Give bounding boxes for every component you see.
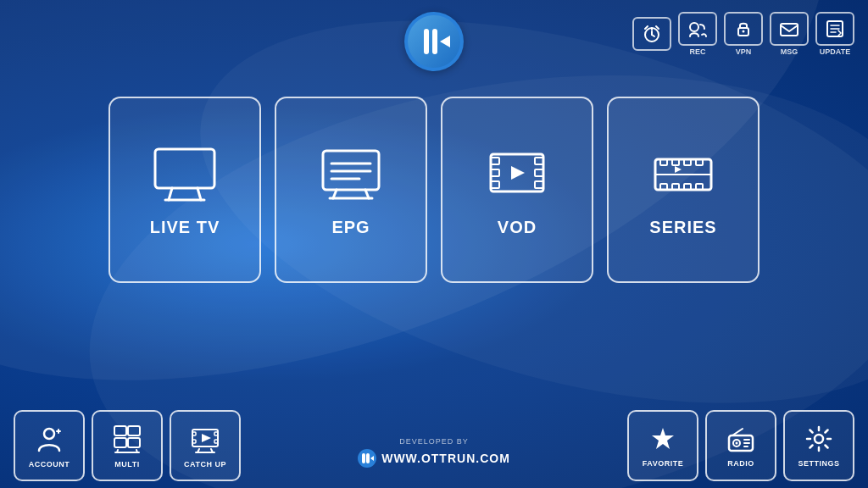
main-grid: LIVE TV EPG — [108, 97, 760, 283]
svg-point-4 — [690, 23, 698, 31]
msg-label: MSG — [781, 47, 798, 56]
svg-rect-43 — [114, 426, 126, 435]
favorite-icon — [648, 424, 678, 454]
svg-rect-54 — [214, 440, 218, 443]
radio-card[interactable]: RADIO — [705, 410, 776, 481]
settings-card[interactable]: SETTINGS — [783, 410, 854, 481]
live-tv-label: LIVE TV — [150, 218, 220, 237]
vod-label: VOD — [498, 218, 537, 237]
vpn-label: VPN — [736, 47, 752, 56]
svg-rect-46 — [128, 438, 140, 447]
svg-line-13 — [169, 188, 172, 200]
ottrun-row: WWW.OTTRUN.COM — [358, 449, 510, 468]
ottrun-url: WWW.OTTRUN.COM — [381, 452, 510, 465]
bottom-center: DEVELOPED BY WWW.OTTRUN.COM — [358, 437, 510, 481]
svg-rect-44 — [128, 426, 140, 435]
svg-point-70 — [815, 435, 823, 443]
top-right-icons: REC VPN M — [632, 12, 854, 56]
radio-icon — [726, 424, 756, 454]
update-icon-button[interactable]: UPDATE — [815, 12, 854, 56]
settings-label: SETTINGS — [798, 459, 839, 468]
series-icon — [645, 142, 721, 206]
multi-card[interactable]: MULTI — [92, 410, 163, 481]
account-icon — [33, 423, 65, 455]
svg-line-14 — [198, 188, 201, 200]
svg-rect-51 — [192, 432, 196, 435]
developed-by-text: DEVELOPED BY — [399, 437, 469, 446]
favorite-label: FAVORITE — [643, 459, 683, 468]
svg-marker-41 — [675, 166, 682, 173]
series-card[interactable]: SERIES — [607, 97, 760, 283]
svg-marker-2 — [440, 36, 450, 47]
header: REC VPN M — [0, 0, 868, 71]
favorite-card[interactable]: FAVORITE — [627, 410, 698, 481]
live-tv-card[interactable]: LIVE TV — [108, 97, 261, 283]
settings-icon — [804, 424, 834, 454]
epg-card[interactable]: EPG — [275, 97, 427, 283]
vod-card[interactable]: VOD — [441, 97, 593, 283]
catch-up-label: CATCH UP — [184, 460, 226, 469]
svg-marker-55 — [202, 434, 211, 442]
bottom-left-cards: ACCOUNT MULTI — [14, 410, 241, 481]
svg-rect-52 — [192, 440, 196, 443]
svg-rect-53 — [214, 432, 218, 435]
rec-icon-button[interactable]: REC — [678, 12, 717, 56]
alarm-icon-box — [632, 17, 671, 51]
svg-marker-62 — [652, 428, 674, 449]
multi-icon — [111, 423, 143, 455]
live-tv-icon — [147, 142, 223, 206]
catch-up-icon — [189, 423, 221, 455]
svg-point-65 — [735, 442, 737, 445]
catch-up-card[interactable]: CATCH UP — [170, 410, 241, 481]
update-label: UPDATE — [820, 47, 850, 56]
ottrun-mini-logo — [358, 449, 376, 468]
bottom-bar: ACCOUNT MULTI — [0, 410, 868, 488]
svg-marker-30 — [511, 166, 525, 180]
bottom-right-cards: FAVORITE RADIO — [627, 410, 854, 481]
series-label: SERIES — [649, 218, 716, 237]
vpn-icon-button[interactable]: VPN — [724, 12, 763, 56]
svg-rect-45 — [114, 438, 126, 447]
account-label: ACCOUNT — [29, 460, 70, 469]
epg-label: EPG — [331, 218, 370, 237]
svg-rect-12 — [155, 149, 214, 188]
svg-point-42 — [44, 429, 54, 439]
msg-icon-button[interactable]: MSG — [770, 12, 809, 56]
app-container: REC VPN M — [0, 0, 868, 488]
svg-marker-61 — [370, 456, 374, 461]
svg-rect-7 — [781, 24, 798, 36]
rec-label: REC — [689, 47, 705, 56]
svg-rect-1 — [432, 29, 437, 54]
vpn-icon-box — [724, 12, 763, 46]
multi-label: MULTI — [114, 460, 139, 469]
svg-rect-59 — [362, 453, 365, 463]
epg-icon — [313, 142, 389, 206]
svg-rect-0 — [424, 29, 429, 54]
app-logo — [404, 12, 464, 71]
account-card[interactable]: ACCOUNT — [14, 410, 85, 481]
svg-rect-60 — [366, 453, 370, 463]
svg-point-6 — [743, 30, 745, 33]
rec-icon-box — [678, 12, 717, 46]
vod-icon — [479, 142, 555, 206]
alarm-icon-button[interactable] — [632, 17, 671, 51]
radio-label: RADIO — [727, 459, 754, 468]
msg-icon-box — [770, 12, 809, 46]
update-icon-box — [815, 12, 854, 46]
